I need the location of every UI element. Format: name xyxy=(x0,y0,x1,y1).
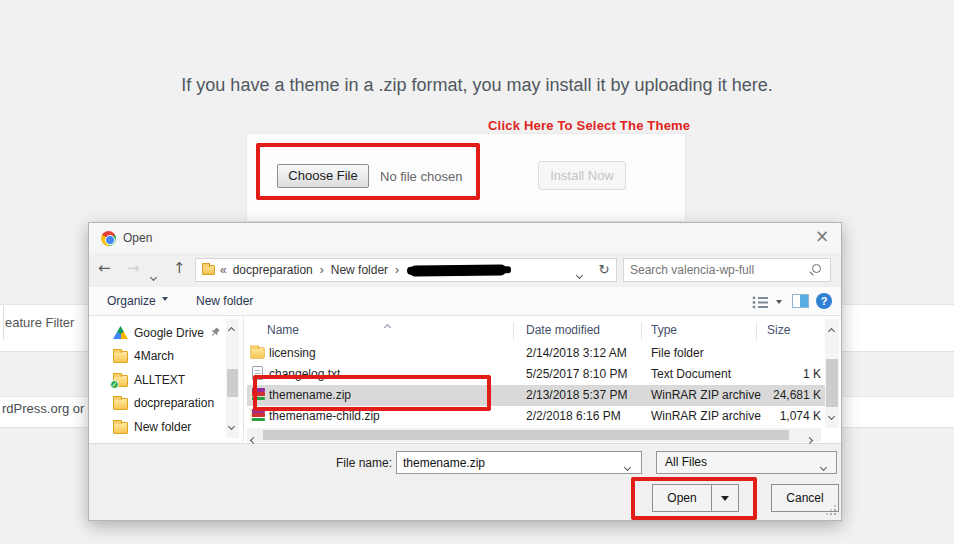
column-header-type[interactable]: Type xyxy=(651,323,677,337)
scrollbar-thumb[interactable] xyxy=(227,369,238,397)
pin-icon xyxy=(207,324,223,341)
file-type-select[interactable]: All Files xyxy=(656,451,837,474)
scrollbar-thumb[interactable] xyxy=(826,359,838,407)
list-vertical-scrollbar[interactable] xyxy=(825,319,839,428)
pane-separator xyxy=(243,316,244,444)
list-horizontal-scrollbar[interactable] xyxy=(247,428,821,442)
help-icon[interactable]: ? xyxy=(816,293,832,309)
feature-filter-button-edge xyxy=(3,306,4,340)
sidebar-item-docpreparation[interactable]: docpreparation xyxy=(97,392,225,413)
breadcrumb-root-icon[interactable]: « xyxy=(220,263,227,277)
column-headers: Name Date modified Type Size xyxy=(247,319,825,341)
folder-icon xyxy=(113,422,128,434)
page-title: If you have a theme in a .zip format, yo… xyxy=(0,75,954,96)
annotation-box-open-button xyxy=(631,477,757,520)
close-icon[interactable]: × xyxy=(812,226,832,248)
folder-icon xyxy=(202,265,215,275)
folder-icon xyxy=(113,351,128,363)
chrome-icon xyxy=(101,231,116,246)
chevron-right-icon: › xyxy=(320,263,324,277)
file-name-dropdown-icon[interactable] xyxy=(625,459,630,473)
chevron-right-icon: › xyxy=(395,263,399,277)
dialog-title: Open xyxy=(123,231,152,245)
chevron-down-icon xyxy=(162,297,168,304)
view-options-chevron-icon[interactable] xyxy=(776,300,782,307)
resize-grip[interactable] xyxy=(826,505,836,515)
screenshot-root: eature Filter rdPress.org or If you have… xyxy=(0,0,954,544)
file-type-chevron-icon[interactable] xyxy=(821,459,826,473)
recent-locations-icon[interactable] xyxy=(151,267,156,282)
preview-pane-icon[interactable] xyxy=(792,294,809,308)
refresh-icon[interactable]: ↻ xyxy=(592,258,617,282)
column-header-size[interactable]: Size xyxy=(767,323,790,337)
annotation-text: Click Here To Select The Theme xyxy=(488,118,690,133)
list-view-icon[interactable] xyxy=(752,296,769,312)
organize-button[interactable]: Organize xyxy=(107,294,168,308)
back-icon[interactable]: ← xyxy=(98,261,111,276)
address-dropdown-icon[interactable] xyxy=(577,267,582,281)
install-now-button[interactable]: Install Now xyxy=(538,161,626,190)
scroll-up-icon[interactable] xyxy=(229,322,234,336)
scroll-right-icon[interactable] xyxy=(807,432,812,446)
address-bar[interactable]: « docpreparation › New folder › xyxy=(195,258,617,282)
scroll-up-icon[interactable] xyxy=(829,323,834,337)
scroll-down-icon[interactable] xyxy=(229,418,234,432)
feature-filter-fragment: eature Filter xyxy=(5,315,87,330)
breadcrumb-new-folder[interactable]: New folder xyxy=(331,263,388,277)
scroll-left-icon[interactable] xyxy=(251,432,256,446)
sidebar-scrollbar[interactable] xyxy=(226,319,239,438)
sync-check-icon: ✓ xyxy=(110,380,119,389)
folder-icon xyxy=(113,398,128,410)
sidebar-item-4march[interactable]: 4March xyxy=(97,345,225,366)
file-name-input[interactable] xyxy=(396,451,642,474)
search-input[interactable] xyxy=(624,259,802,281)
scroll-down-icon[interactable] xyxy=(829,408,834,422)
file-name-label: File name: xyxy=(319,456,392,470)
sidebar-item-new-folder[interactable]: New folder xyxy=(97,416,225,437)
file-row-licensing[interactable]: licensing 2/14/2018 3:12 AM File folder xyxy=(247,343,825,364)
sidebar-item-google-drive[interactable]: Google Drive xyxy=(97,322,225,343)
command-toolbar: Organize New folder ? xyxy=(89,287,841,316)
folder-synced-icon: ✓ xyxy=(113,375,128,387)
dialog-titlebar: Open × xyxy=(89,223,841,253)
breadcrumb-docpreparation[interactable]: docpreparation xyxy=(233,263,313,277)
folder-icon xyxy=(250,347,264,358)
annotation-box-themename xyxy=(253,375,491,411)
sort-ascending-icon xyxy=(385,319,390,333)
search-box[interactable] xyxy=(623,258,831,282)
forward-icon: → xyxy=(127,261,140,276)
column-header-name[interactable]: Name xyxy=(267,323,299,337)
column-header-date[interactable]: Date modified xyxy=(526,323,600,337)
redacted-breadcrumb-segment xyxy=(410,264,506,276)
open-file-dialog: Open × ← → ↑ « docpreparation › New fold… xyxy=(88,222,842,521)
new-folder-button[interactable]: New folder xyxy=(196,294,253,308)
annotation-box-choose-file xyxy=(256,143,480,200)
scrollbar-thumb[interactable] xyxy=(263,430,789,440)
google-drive-icon xyxy=(113,326,128,339)
search-icon[interactable] xyxy=(812,264,821,273)
wordpress-org-fragment: rdPress.org or xyxy=(2,401,88,416)
sidebar-item-alltext[interactable]: ✓ ALLTEXT xyxy=(97,369,225,390)
up-icon[interactable]: ↑ xyxy=(173,261,186,276)
